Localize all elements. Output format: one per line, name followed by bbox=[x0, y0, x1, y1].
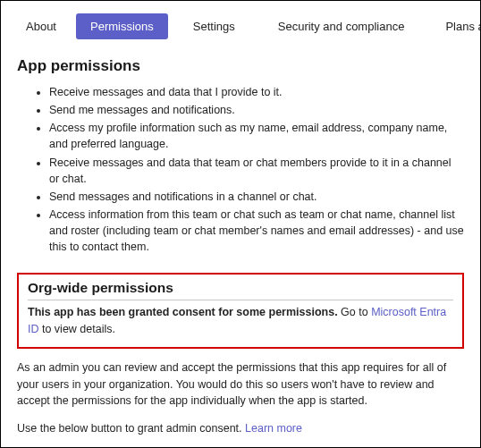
tab-about[interactable]: About bbox=[17, 13, 76, 39]
tab-plans-pricing[interactable]: Plans and pricing bbox=[431, 13, 481, 39]
tab-settings[interactable]: Settings bbox=[168, 13, 262, 39]
use-below-label: Use the below button to grant admin cons… bbox=[17, 422, 245, 435]
app-permissions-list: Receive messages and data that I provide… bbox=[17, 84, 464, 255]
learn-more-link[interactable]: Learn more bbox=[245, 422, 302, 435]
app-permissions-title: App permissions bbox=[17, 57, 464, 75]
list-item: Access information from this team or cha… bbox=[49, 207, 464, 255]
list-item: Send me messages and notifications. bbox=[49, 102, 464, 118]
app-permissions-panel: About Permissions Settings Security and … bbox=[0, 0, 481, 448]
org-wide-message: This app has been granted consent for so… bbox=[28, 304, 453, 338]
org-wide-goto: Go to bbox=[338, 306, 372, 318]
org-wide-tail: to view details. bbox=[39, 323, 115, 335]
tab-security-compliance[interactable]: Security and compliance bbox=[262, 13, 432, 39]
org-wide-permissions-box: Org-wide permissions This app has been g… bbox=[17, 273, 464, 349]
org-wide-title: Org-wide permissions bbox=[28, 280, 453, 300]
admin-review-text: As an admin you can review and accept th… bbox=[17, 359, 464, 410]
list-item: Send messages and notifications in a cha… bbox=[49, 189, 464, 205]
use-below-text: Use the below button to grant admin cons… bbox=[17, 422, 464, 435]
list-item: Access my profile information such as my… bbox=[49, 120, 464, 152]
list-item: Receive messages and data that I provide… bbox=[49, 84, 464, 100]
tab-bar: About Permissions Settings Security and … bbox=[17, 13, 464, 39]
tab-permissions[interactable]: Permissions bbox=[76, 13, 168, 39]
org-wide-bold-text: This app has been granted consent for so… bbox=[28, 306, 338, 318]
list-item: Receive messages and data that team or c… bbox=[49, 155, 464, 187]
